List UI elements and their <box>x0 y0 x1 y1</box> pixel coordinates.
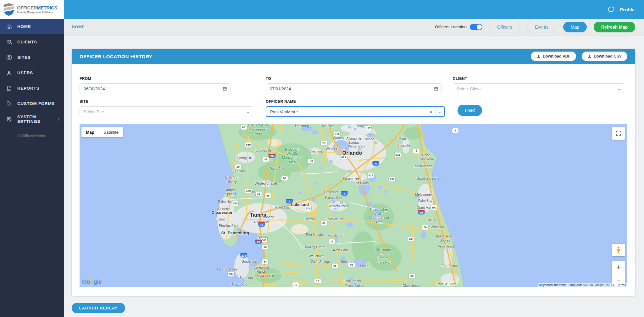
officers-location-toggle[interactable] <box>470 24 482 30</box>
sidebar-item-label: USERS <box>17 70 33 75</box>
from-date-input[interactable]: 06/30/2024 <box>80 83 230 94</box>
terms-link[interactable]: Terms <box>616 283 627 287</box>
sidebar-item-label: CLIENTS <box>17 40 37 44</box>
calendar-icon[interactable] <box>223 86 227 91</box>
sidebar-item-label: HOME <box>17 24 31 29</box>
chevron-down-icon[interactable]: ⌄ <box>437 109 442 114</box>
sidebar-item-clients[interactable]: CLIENTS <box>0 34 64 50</box>
pegman-icon <box>616 246 621 254</box>
sidebar-item-system-settings[interactable]: SYSTEM SETTINGS› <box>0 111 64 127</box>
sidebar-item-label: SITES <box>17 55 31 60</box>
launch-replay-button[interactable]: LAUNCH REPLAY <box>72 303 125 313</box>
map-button[interactable]: Map <box>563 22 587 32</box>
shield-logo-icon <box>3 2 15 17</box>
to-label: TO <box>266 76 442 81</box>
clients-icon <box>6 39 12 45</box>
chevron-down-icon: ⌄ <box>246 109 250 114</box>
fullscreen-icon <box>616 131 621 136</box>
panel-header: OFFICER LOCATION HISTORY Download PDF Do… <box>72 49 635 64</box>
client-label: CLIENT <box>453 76 624 81</box>
pegman-button[interactable] <box>612 244 625 256</box>
brand-name: OFFICERMETRICS™ <box>17 5 59 10</box>
forms-icon <box>6 101 12 107</box>
officer-location-history-panel: OFFICER LOCATION HISTORY Download PDF Do… <box>72 49 635 296</box>
zoom-in-button[interactable]: + <box>612 261 625 274</box>
zoom-control: + − <box>612 261 625 286</box>
site-select[interactable]: Select Site ⌄ <box>80 106 253 117</box>
reports-icon <box>6 85 12 92</box>
map-type-map-button[interactable]: Map <box>81 127 99 137</box>
brand-logo[interactable]: OFFICERMETRICS™ Security Management Solu… <box>0 0 64 19</box>
map-type-control: Map Satellite <box>81 127 123 137</box>
site-label: SITE <box>80 99 253 104</box>
client-select[interactable]: Select Client ⌄ <box>453 83 624 94</box>
sites-icon <box>6 54 12 61</box>
sub-header: HOME Officers Location Officers Events M… <box>64 19 644 35</box>
to-date-input[interactable]: 07/01/2024 <box>266 83 442 94</box>
breadcrumb[interactable]: HOME <box>72 25 85 29</box>
officer-name-label: OFFICER NAME <box>266 99 445 104</box>
sidebar-item-home[interactable]: HOME <box>0 19 64 34</box>
top-bar: Profile <box>64 0 644 19</box>
load-button[interactable]: Load <box>458 105 482 116</box>
clear-icon[interactable]: ✕ <box>429 109 433 114</box>
download-icon <box>536 54 541 58</box>
sidebar-item-label: CUSTOM FORMS <box>17 101 55 106</box>
users-icon <box>6 70 12 76</box>
map-attribution: Keyboard shortcuts Map data ©2024 Google… <box>538 283 627 287</box>
events-button[interactable]: Events <box>527 22 556 32</box>
download-pdf-button[interactable]: Download PDF <box>531 52 576 61</box>
sidebar-item-label: SYSTEM SETTINGS <box>17 114 53 124</box>
calendar-icon[interactable] <box>434 86 438 91</box>
sidebar-item-custom-forms[interactable]: CUSTOM FORMS <box>0 96 64 111</box>
brand-tagline: Security Management Solutions <box>17 11 59 13</box>
fullscreen-button[interactable] <box>612 127 625 140</box>
download-csv-button[interactable]: Download CSV <box>582 52 627 61</box>
home-icon <box>6 24 12 30</box>
refresh-map-button[interactable]: Refresh Map <box>594 22 635 32</box>
map-type-satellite-button[interactable]: Satellite <box>99 127 123 137</box>
map-data-text: Map data ©2024 Google, INEGI <box>568 283 616 287</box>
chat-icon[interactable] <box>607 5 615 14</box>
app-root: Profile OFFICERMETRICS™ Security Managem… <box>0 0 644 317</box>
download-icon <box>587 54 591 58</box>
sidebar-item-label: REPORTS <box>17 86 39 91</box>
sidebar: OFFICERMETRICS™ Security Management Solu… <box>0 0 64 317</box>
keyboard-shortcuts-link[interactable]: Keyboard shortcuts <box>538 283 568 287</box>
sidebar-nav: HOMECLIENTSSITESUSERSREPORTSCUSTOM FORMS… <box>0 19 64 138</box>
officers-button[interactable]: Officers <box>489 22 520 32</box>
officer-name-input[interactable]: Paul VanMetre ✕⌄ <box>266 106 445 117</box>
chevron-down-icon: ⌄ <box>617 86 621 91</box>
map-canvas[interactable]: OrlandoTampaSt. PetersburgClearwaterLake… <box>80 124 627 287</box>
from-label: FROM <box>80 76 230 81</box>
settings-icon <box>6 116 12 122</box>
sidebar-item-reports[interactable]: REPORTS <box>0 81 64 96</box>
profile-button[interactable]: Profile <box>620 7 635 12</box>
chevron-right-icon: › <box>58 116 59 122</box>
sidebar-item-users[interactable]: USERS <box>0 65 64 81</box>
panel-title: OFFICER LOCATION HISTORY <box>80 54 153 59</box>
sidebar-footer: © OfficerMetrics <box>0 134 64 138</box>
sidebar-item-sites[interactable]: SITES <box>0 50 64 65</box>
officers-location-label: Officers Location <box>435 25 467 29</box>
